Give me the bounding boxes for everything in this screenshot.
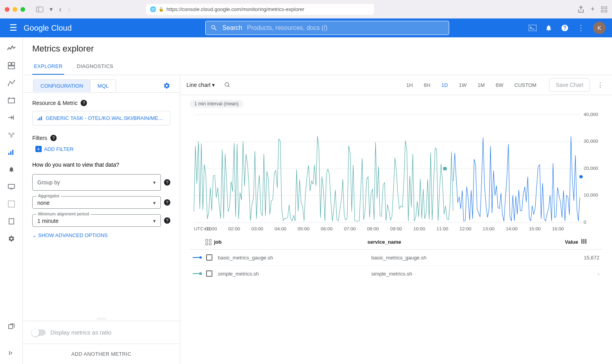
add-filter-button[interactable]: + ADD FILTER bbox=[35, 146, 170, 152]
page-title: Metrics explorer bbox=[23, 37, 612, 59]
window-zoom-icon[interactable] bbox=[20, 7, 25, 12]
rail-logging-icon[interactable] bbox=[7, 113, 16, 122]
col-service-header[interactable]: service_name bbox=[367, 239, 547, 245]
chevron-down-icon: ⌄ bbox=[32, 232, 37, 238]
svg-rect-3 bbox=[605, 7, 607, 9]
browser-chrome: ▾ ‹ › 🌐 🔒 https://console.cloud.google.c… bbox=[0, 0, 612, 18]
rail-groups-icon[interactable] bbox=[7, 130, 16, 140]
help-icon[interactable]: ? bbox=[50, 135, 57, 141]
svg-text:20,000: 20,000 bbox=[584, 166, 598, 170]
col-value-header[interactable]: Value bbox=[547, 239, 578, 245]
rail-settings-icon[interactable] bbox=[7, 234, 16, 243]
column-chooser-icon[interactable] bbox=[581, 239, 587, 245]
col-job-header[interactable]: job bbox=[214, 239, 367, 245]
save-chart-button[interactable]: Save Chart bbox=[549, 78, 590, 92]
hamburger-icon[interactable]: ☰ bbox=[6, 20, 20, 36]
search-label: Search bbox=[222, 24, 242, 31]
alignment-select[interactable]: Minimum alignment period 1 minute ▾ bbox=[32, 214, 161, 227]
rail-overview-icon[interactable] bbox=[7, 44, 16, 53]
view-question: How do you want to view that data? bbox=[32, 162, 170, 168]
more-icon[interactable]: ⋮ bbox=[577, 24, 584, 32]
user-avatar[interactable]: K bbox=[593, 22, 606, 34]
chart-panel: Line chart ▾ 1H6H1D1W1M6WCUSTOM Save Cha… bbox=[180, 75, 612, 364]
time-tab-1m[interactable]: 1M bbox=[476, 80, 486, 90]
notifications-icon[interactable] bbox=[545, 24, 552, 32]
resource-metric-selector[interactable]: GENERIC TASK - OTEL/KO.WAL.SKI/BRAIN/MEM… bbox=[32, 111, 170, 125]
svg-text:09:00: 09:00 bbox=[390, 226, 402, 231]
help-icon[interactable]: ? bbox=[164, 217, 170, 224]
rail-metrics-explorer-icon[interactable] bbox=[7, 147, 16, 157]
time-tab-6w[interactable]: 6W bbox=[494, 80, 505, 90]
legend-row[interactable]: simple_metrics.sh simple_metrics.sh - bbox=[190, 265, 603, 281]
svg-rect-62 bbox=[581, 239, 583, 244]
group-by-select[interactable]: Group by ▾ bbox=[32, 174, 161, 191]
subtab-mql[interactable]: MQL bbox=[90, 80, 116, 92]
zoom-reset-icon[interactable] bbox=[224, 82, 230, 88]
search-box[interactable]: Search Products, resources, docs (/) bbox=[205, 21, 449, 35]
window-minimize-icon[interactable] bbox=[13, 7, 17, 12]
rail-synthetic-icon[interactable] bbox=[7, 199, 16, 209]
svg-text:07:00: 07:00 bbox=[344, 226, 356, 231]
svg-text:16:00: 16:00 bbox=[552, 226, 564, 231]
new-tab-icon[interactable]: + bbox=[590, 5, 595, 13]
back-icon[interactable]: ‹ bbox=[57, 3, 63, 15]
svg-text:40,000: 40,000 bbox=[584, 112, 598, 116]
window-close-icon[interactable] bbox=[5, 7, 9, 12]
tab-diagnostics[interactable]: DIAGNOSTICS bbox=[75, 59, 115, 75]
chevron-down-icon[interactable]: ▾ bbox=[48, 4, 54, 15]
share-icon[interactable] bbox=[578, 6, 584, 13]
search-placeholder: Products, resources, docs (/) bbox=[247, 24, 328, 31]
tabs-icon[interactable] bbox=[601, 6, 607, 13]
group-columns-icon[interactable] bbox=[205, 239, 212, 245]
rail-uptime-icon[interactable] bbox=[7, 182, 16, 191]
add-another-metric-button[interactable]: ADD ANOTHER METRIC bbox=[23, 344, 180, 364]
url-text: https://console.cloud.google.com/monitor… bbox=[166, 6, 304, 12]
help-icon[interactable]: ? bbox=[81, 100, 87, 106]
ratio-toggle[interactable] bbox=[32, 329, 46, 336]
svg-text:15:00: 15:00 bbox=[529, 226, 541, 231]
rail-pin-icon[interactable] bbox=[7, 322, 16, 331]
help-icon[interactable] bbox=[561, 24, 569, 32]
help-icon[interactable]: ? bbox=[164, 179, 170, 186]
svg-text:05:00: 05:00 bbox=[298, 226, 310, 231]
svg-text:10,000: 10,000 bbox=[584, 193, 598, 197]
help-icon[interactable]: ? bbox=[164, 199, 170, 206]
forward-icon[interactable]: › bbox=[66, 3, 72, 15]
chevron-down-icon: ▾ bbox=[153, 179, 156, 186]
show-advanced-button[interactable]: ⌄ SHOW ADVANCED OPTIONS bbox=[32, 232, 170, 238]
rail-permissions-icon[interactable] bbox=[7, 217, 16, 226]
rail-services-icon[interactable] bbox=[7, 78, 16, 88]
time-tab-1h[interactable]: 1H bbox=[405, 80, 415, 90]
svg-rect-61 bbox=[209, 243, 211, 245]
tab-explorer[interactable]: EXPLORER bbox=[32, 59, 64, 75]
legend-checkbox[interactable] bbox=[206, 254, 212, 261]
svg-point-28 bbox=[225, 83, 229, 86]
chevron-down-icon: ▾ bbox=[212, 82, 215, 88]
url-bar[interactable]: 🌐 🔒 https://console.cloud.google.com/mon… bbox=[146, 4, 374, 15]
svg-text:14:00: 14:00 bbox=[506, 226, 518, 231]
legend-checkbox[interactable] bbox=[206, 270, 212, 277]
time-range-tabs: 1H6H1D1W1M6WCUSTOM bbox=[405, 80, 538, 90]
cloud-shell-icon[interactable] bbox=[529, 25, 536, 31]
metrics-chart[interactable]: 010,00020,00030,00040,000UTC+1001:0002:0… bbox=[190, 111, 603, 233]
gcp-logo[interactable]: Google Cloud bbox=[24, 24, 72, 33]
chart-more-icon[interactable]: ⋮ bbox=[595, 79, 606, 91]
config-settings-icon[interactable] bbox=[160, 79, 173, 92]
time-tab-6h[interactable]: 6H bbox=[422, 80, 432, 90]
rail-slos-icon[interactable] bbox=[7, 96, 16, 105]
chart-type-select[interactable]: Line chart ▾ bbox=[186, 82, 215, 88]
shield-icon: 🌐 bbox=[150, 6, 156, 12]
time-tab-custom[interactable]: CUSTOM bbox=[513, 80, 538, 90]
time-tab-1w[interactable]: 1W bbox=[457, 80, 468, 90]
subtab-configuration[interactable]: CONFIGURATION bbox=[33, 80, 90, 92]
rail-alerting-icon[interactable] bbox=[7, 165, 16, 174]
drag-handle[interactable] bbox=[23, 317, 180, 321]
aggregator-select[interactable]: Aggregator none ▾ bbox=[32, 196, 161, 209]
legend-row[interactable]: basic_metrics_gauge.sh basic_metrics_gau… bbox=[190, 250, 603, 265]
svg-rect-22 bbox=[9, 325, 13, 329]
sidebar-icon[interactable] bbox=[35, 5, 45, 14]
rail-expand-icon[interactable] bbox=[7, 348, 16, 358]
rail-dashboards-icon[interactable] bbox=[7, 61, 16, 70]
time-tab-1d[interactable]: 1D bbox=[440, 80, 450, 90]
svg-text:10:00: 10:00 bbox=[413, 226, 425, 231]
